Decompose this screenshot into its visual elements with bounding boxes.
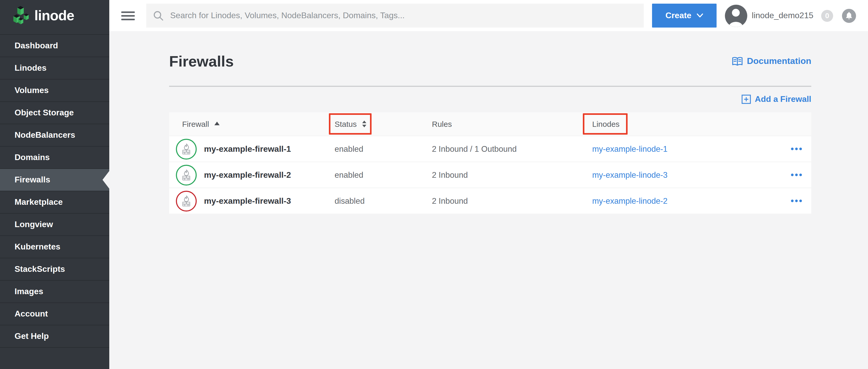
row-actions-ellipsis-button[interactable] xyxy=(790,144,803,153)
sidebar-item-marketplace[interactable]: Marketplace xyxy=(0,191,109,213)
sidebar-item-label: NodeBalancers xyxy=(14,130,75,140)
row-actions-ellipsis-button[interactable] xyxy=(790,170,803,179)
sidebar-item-object-storage[interactable]: Object Storage xyxy=(0,102,109,124)
sidebar-item-label: Longview xyxy=(14,220,53,229)
firewall-name-link[interactable]: my-example-firewall-3 xyxy=(204,196,291,206)
linode-logo[interactable]: linode xyxy=(0,0,109,31)
sidebar-item-volumes[interactable]: Volumes xyxy=(0,79,109,102)
firewall-enabled-icon xyxy=(176,165,197,185)
column-header-label: Firewall xyxy=(182,120,209,128)
avatar-torso xyxy=(729,22,743,27)
table-row: my-example-firewall-3 disabled 2 Inbound… xyxy=(169,188,811,213)
sidebar-item-images[interactable]: Images xyxy=(0,281,109,303)
title-divider xyxy=(169,86,811,87)
book-icon xyxy=(732,56,743,66)
firewall-status: enabled xyxy=(335,144,432,154)
table-row: my-example-firewall-2 enabled 2 Inbound … xyxy=(169,162,811,188)
linode-link[interactable]: my-example-linode-1 xyxy=(592,144,668,153)
firewall-rules: 2 Inbound xyxy=(432,170,592,179)
column-header-label: Linodes xyxy=(592,120,620,128)
sort-ascending-icon xyxy=(214,122,219,125)
firewall-enabled-icon xyxy=(176,138,197,159)
plus-square-icon xyxy=(741,95,751,104)
topbar: Create linode_demo215 0 xyxy=(109,0,868,31)
sidebar-item-domains[interactable]: Domains xyxy=(0,146,109,169)
firewall-disabled-icon xyxy=(176,191,197,211)
selected-item-notch xyxy=(102,171,109,189)
notification-count-badge[interactable]: 0 xyxy=(821,10,833,22)
linode-link[interactable]: my-example-linode-2 xyxy=(592,196,668,205)
create-button-label: Create xyxy=(665,11,691,20)
sidebar-item-label: Domains xyxy=(14,153,50,162)
add-firewall-link-label: Add a Firewall xyxy=(755,95,811,104)
sidebar-item-dashboard[interactable]: Dashboard xyxy=(0,35,109,57)
firewall-status: disabled xyxy=(335,196,432,206)
firewall-flame-brick-icon xyxy=(179,141,194,157)
sidebar-item-label: Images xyxy=(14,287,43,296)
firewall-name-link[interactable]: my-example-firewall-1 xyxy=(204,144,291,154)
firewall-name-link[interactable]: my-example-firewall-2 xyxy=(204,170,291,179)
create-button[interactable]: Create xyxy=(652,4,716,28)
column-header-rules: Rules xyxy=(432,120,592,128)
linode-logo-text: linode xyxy=(34,7,74,24)
sidebar-item-firewalls[interactable]: Firewalls xyxy=(0,169,109,191)
sidebar-item-kubernetes[interactable]: Kubernetes xyxy=(0,236,109,258)
firewall-rules: 2 Inbound xyxy=(432,196,592,206)
notifications-bell-button[interactable] xyxy=(842,8,856,23)
column-header-label: Status xyxy=(335,120,357,128)
sidebar-item-label: Kubernetes xyxy=(14,242,60,251)
firewall-status: enabled xyxy=(335,170,432,179)
add-firewall-link[interactable]: Add a Firewall xyxy=(741,95,811,104)
search-icon xyxy=(153,10,164,21)
sidebar-item-label: Firewalls xyxy=(14,175,50,184)
firewall-flame-brick-icon xyxy=(179,167,194,183)
table-row: my-example-firewall-1 enabled 2 Inbound … xyxy=(169,136,811,162)
column-header-status[interactable]: Status xyxy=(335,120,432,128)
screen: linode Dashboard Linodes Volumes Object … xyxy=(0,0,868,369)
username[interactable]: linode_demo215 xyxy=(752,11,813,20)
sidebar-item-label: StackScripts xyxy=(14,265,65,274)
linode-link[interactable]: my-example-linode-3 xyxy=(592,170,668,179)
column-header-label: Rules xyxy=(432,120,452,128)
documentation-link-label: Documentation xyxy=(747,56,811,67)
hamburger-menu-icon[interactable] xyxy=(121,9,135,22)
avatar-head xyxy=(732,8,740,16)
sidebar-item-stackscripts[interactable]: StackScripts xyxy=(0,258,109,281)
sidebar-item-label: Get Help xyxy=(14,332,49,341)
linode-logo-icon xyxy=(10,5,30,27)
sidebar-item-label: Dashboard xyxy=(14,41,58,51)
sidebar-item-nodebalancers[interactable]: NodeBalancers xyxy=(0,124,109,146)
column-header-firewall[interactable]: Firewall xyxy=(169,120,335,128)
column-header-linodes: Linodes xyxy=(592,120,780,128)
page-title: Firewalls xyxy=(169,53,234,70)
search-input[interactable] xyxy=(170,11,644,20)
firewalls-page: Firewalls Documentation xyxy=(109,31,868,369)
chevron-down-icon xyxy=(696,13,703,18)
sidebar-item-linodes[interactable]: Linodes xyxy=(0,57,109,79)
firewall-flame-brick-icon xyxy=(179,193,194,209)
linode-cloud-manager: linode Dashboard Linodes Volumes Object … xyxy=(0,0,868,369)
sidebar-item-label: Object Storage xyxy=(14,108,74,118)
table-header-row: Firewall Status Rules Linodes xyxy=(169,112,811,136)
sidebar-item-get-help[interactable]: Get Help xyxy=(0,325,109,348)
sidebar-item-label: Volumes xyxy=(14,86,49,95)
sidebar-nav: Dashboard Linodes Volumes Object Storage… xyxy=(0,34,109,348)
firewalls-table: Firewall Status Rules Linodes xyxy=(169,112,811,213)
documentation-link[interactable]: Documentation xyxy=(732,56,811,67)
row-actions-ellipsis-button[interactable] xyxy=(790,197,803,205)
firewall-rules: 2 Inbound / 1 Outbound xyxy=(432,144,592,154)
sidebar-item-longview[interactable]: Longview xyxy=(0,213,109,236)
bell-icon xyxy=(845,11,853,20)
sidebar-item-label: Marketplace xyxy=(14,198,63,207)
sort-both-icon xyxy=(362,121,366,127)
sidebar-item-account[interactable]: Account xyxy=(0,303,109,325)
sidebar-item-label: Linodes xyxy=(14,63,46,73)
global-search[interactable] xyxy=(146,4,644,28)
avatar[interactable] xyxy=(725,4,747,27)
sidebar: linode Dashboard Linodes Volumes Object … xyxy=(0,0,109,369)
sidebar-item-label: Account xyxy=(14,309,48,318)
